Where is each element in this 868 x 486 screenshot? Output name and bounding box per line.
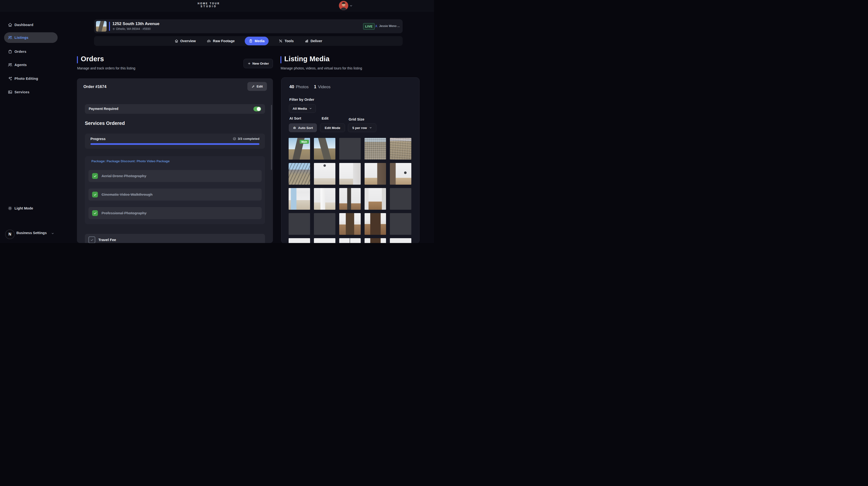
progress-status-text: 3/3 completed	[238, 137, 259, 140]
photo-tile-hallway-wood-floor[interactable]	[365, 188, 386, 210]
bar-chart-icon	[305, 39, 309, 43]
media-stats: 40 Photos 1 Videos	[289, 85, 331, 90]
tab-media[interactable]: Media	[245, 37, 269, 45]
unchecked-checkbox[interactable]	[89, 236, 95, 243]
listing-thumbnail[interactable]	[96, 21, 106, 32]
payment-required-toggle[interactable]	[253, 106, 261, 111]
checked-checkbox[interactable]	[92, 210, 98, 216]
tab-deliver[interactable]: Deliver	[304, 37, 323, 45]
app-logo: HOME TOUR STUDIO	[198, 2, 220, 8]
listing-media-subtitle: Manage photos, videos, and virtual tours…	[281, 66, 362, 70]
photo-tile-ceiling-fan[interactable]	[289, 238, 310, 243]
toggle-knob	[257, 107, 261, 111]
home-icon	[8, 23, 12, 27]
business-settings-chevron-down-icon[interactable]	[51, 232, 54, 235]
checked-checkbox[interactable]	[92, 173, 98, 179]
service-name: Cinematic Video Walkthrough	[101, 192, 153, 196]
photo-tile-aerial-field[interactable]	[339, 138, 361, 160]
users-icon	[8, 35, 12, 40]
photo-tile-street-view[interactable]	[289, 163, 310, 185]
business-settings-label[interactable]: Business Settings	[17, 231, 47, 235]
photo-tile-bathroom-vanity[interactable]	[365, 163, 386, 185]
listing-header-card: 1252 South 13th Avenue Othello, WA 99344…	[94, 19, 403, 33]
sidebar-item-label: Orders	[14, 50, 26, 54]
grid-size-dropdown[interactable]: 5 per row	[348, 123, 376, 132]
sidebar-item-services[interactable]: Services	[4, 87, 58, 97]
robot-icon	[293, 126, 296, 130]
photo-tile-room-window[interactable]	[289, 188, 310, 210]
edit-mode-button[interactable]: Edit Mode	[320, 123, 345, 132]
location-pin-icon	[112, 28, 115, 30]
travel-fee-row[interactable]: Travel Fee	[85, 234, 265, 243]
sidebar-item-agents[interactable]: Agents	[4, 60, 58, 70]
service-item[interactable]: Cinematic Video Walkthrough	[89, 189, 261, 201]
photo-tile-exterior-side[interactable]	[314, 138, 335, 160]
photo-tile-kitchen-island[interactable]	[339, 213, 361, 235]
sidebar-item-dashboard[interactable]: Dashboard	[4, 20, 58, 30]
edit-order-button[interactable]: Edit	[247, 82, 267, 91]
agent-chip[interactable]: Jessie Weno ...	[375, 24, 400, 28]
photo-tile-living-ceiling-fan[interactable]	[390, 213, 411, 235]
photo-tile-dining-pendant[interactable]	[289, 213, 310, 235]
light-mode-toggle[interactable]: Light Mode	[4, 203, 58, 213]
media-filter-dropdown[interactable]: All Media	[289, 104, 316, 113]
listing-tab-bar: Overview Raw Footage Media Tools Deliver	[94, 36, 403, 46]
videos-label: Videos	[318, 85, 331, 90]
tab-label: Media	[255, 39, 265, 43]
sidebar-item-orders[interactable]: Orders	[4, 46, 58, 57]
filter-by-order-label: Filter by Order	[289, 97, 314, 101]
scrollbar-thumb[interactable]	[271, 105, 272, 170]
auto-sort-button[interactable]: Auto Sort	[289, 123, 317, 132]
check-circle-icon	[233, 137, 236, 140]
accent-bar	[109, 22, 110, 31]
tab-tools[interactable]: Tools	[278, 37, 294, 45]
tools-icon	[279, 39, 283, 43]
app-window: HOME TOUR STUDIO Dashboard Listings Or	[0, 0, 434, 243]
photo-tile-room-ceiling-light[interactable]	[314, 163, 335, 185]
photo-tile-closet[interactable]	[314, 188, 335, 210]
accent-bar	[280, 56, 281, 63]
tab-label: Tools	[284, 39, 294, 43]
photo-tile-dining-pendant-2[interactable]	[314, 213, 335, 235]
tab-overview[interactable]: Overview	[174, 37, 197, 45]
videos-count: 1	[314, 85, 316, 90]
agent-name: Jessie Weno ...	[379, 24, 400, 28]
service-item[interactable]: Professional Photography	[89, 207, 261, 219]
checked-checkbox[interactable]	[92, 192, 98, 197]
accent-bar	[77, 56, 78, 63]
new-order-button[interactable]: New Order	[244, 59, 273, 68]
orders-subtitle: Manage and track orders for this listing	[77, 66, 135, 70]
tab-raw-footage[interactable]: Raw Footage	[206, 37, 236, 45]
photo-tile-ceiling-fan-2[interactable]	[390, 238, 411, 243]
order-card: Order #1674 Edit Payment Required Servic…	[77, 78, 273, 243]
sidebar-item-photo-editing[interactable]: Photo Editing	[4, 73, 58, 84]
cloud-upload-icon	[207, 39, 211, 43]
account-menu-chevron-down-icon[interactable]	[349, 4, 353, 7]
tab-label: Deliver	[311, 39, 322, 43]
photo-tile-ceiling-pendant[interactable]	[339, 238, 361, 243]
photo-tile-kitchen-island-2[interactable]	[365, 213, 386, 235]
photo-tile-room-corner[interactable]	[339, 163, 361, 185]
user-avatar[interactable]	[339, 1, 348, 10]
progress-label: Progress	[90, 137, 105, 141]
grid-size-label: Grid Size	[349, 117, 364, 121]
photo-tile-aerial-development[interactable]	[390, 138, 411, 160]
logo-line2: STUDIO	[198, 5, 220, 8]
business-avatar[interactable]: N	[5, 229, 15, 239]
edit-mode-label: Edit Mode	[325, 126, 340, 130]
sun-icon	[8, 206, 12, 211]
photo-tile-ceiling[interactable]	[314, 238, 335, 243]
services-ordered-heading: Services Ordered	[85, 121, 125, 126]
chevron-down-icon	[309, 107, 312, 110]
top-bar: HOME TOUR STUDIO	[0, 0, 434, 11]
photo-tile-aerial-neighborhood[interactable]	[365, 138, 386, 160]
service-item[interactable]: Aerial Drone Photography	[89, 170, 261, 182]
photo-tile-great-room-windows[interactable]	[390, 188, 411, 210]
progress-bar	[90, 143, 259, 145]
package-label: Package: Package Discount: Photo Video P…	[91, 159, 170, 163]
photo-tile-hallway-dark-door[interactable]	[339, 188, 361, 210]
sidebar-item-listings[interactable]: Listings	[4, 32, 58, 43]
photo-tile-exterior-front[interactable]: Main	[289, 138, 310, 160]
photo-tile-bathroom-mirror[interactable]	[390, 163, 411, 185]
photo-tile-kitchen-dark[interactable]	[365, 238, 386, 243]
